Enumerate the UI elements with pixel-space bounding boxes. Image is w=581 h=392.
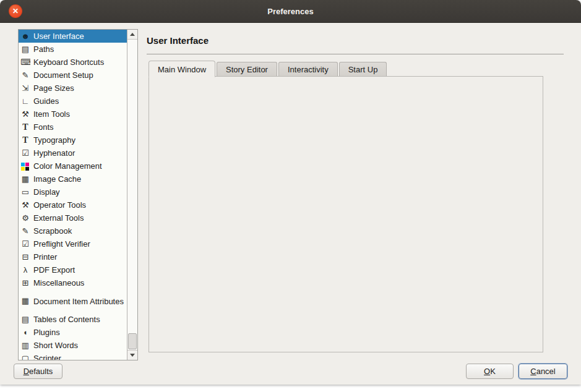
tab-bar: Main WindowStory EditorInteractivityStar… — [148, 60, 388, 77]
sidebar-item-document-setup[interactable]: ✎Document Setup — [19, 69, 127, 82]
tab-story-editor[interactable]: Story Editor — [217, 62, 277, 77]
tab-main-window[interactable]: Main Window — [148, 61, 215, 77]
sidebar-item-label: Item Tools — [33, 108, 70, 121]
sidebar-item-label: Document Setup — [33, 69, 93, 82]
scroll-down-button[interactable] — [127, 350, 137, 360]
printer-icon: ⊟ — [20, 252, 30, 262]
sidebar-item-fonts[interactable]: TFonts — [19, 121, 127, 134]
wrench-icon: ⚒ — [20, 200, 30, 210]
pdf-icon: λ — [20, 265, 30, 275]
sidebar-item-miscellaneous[interactable]: ⊞Miscellaneous — [19, 276, 127, 289]
sidebar-item-paths[interactable]: ▤Paths — [19, 43, 127, 56]
sidebar-item-user-interface[interactable]: ☻User Interface — [19, 30, 127, 43]
sidebar-item-label: Guides — [33, 95, 59, 108]
sidebar-item-label: Image Cache — [33, 173, 81, 185]
sidebar-item-label: Hyphenator — [33, 147, 75, 160]
sidebar-item-label: Tables of Contents — [33, 313, 100, 326]
sidebar-item-image-cache[interactable]: ▦Image Cache — [19, 173, 127, 185]
sidebar-item-operator-tools[interactable]: ⚒Operator Tools — [19, 198, 127, 211]
checkmark-icon: ☑ — [20, 239, 30, 249]
sidebar-item-preflight-verifier[interactable]: ☑Preflight Verifier — [19, 237, 127, 250]
sidebar-scrollbar[interactable] — [127, 30, 137, 360]
sidebar-item-label: External Tools — [33, 211, 84, 224]
sidebar-item-label: PDF Export — [33, 263, 75, 276]
image-icon: ▦ — [20, 174, 30, 184]
sidebar-item-hyphenator[interactable]: ☑Hyphenator — [19, 147, 127, 160]
sidebar-item-printer[interactable]: ⊟Printer — [19, 250, 127, 263]
pen-icon: ✎ — [20, 70, 30, 80]
scroll-up-button[interactable] — [127, 30, 137, 40]
checkbox-icon: ☑ — [20, 148, 30, 158]
letter-t-icon: T — [20, 122, 30, 132]
defaults-button[interactable]: Defaults — [14, 364, 62, 379]
wrench-icon: ⚒ — [20, 109, 30, 119]
pen-icon: ✎ — [20, 226, 30, 236]
table-icon: ▦ — [20, 296, 30, 306]
sidebar-item-document-item-attributes[interactable]: ▦Document Item Attributes — [19, 289, 127, 313]
ok-button[interactable]: OK — [466, 364, 514, 379]
sidebar-item-label: Keyboard Shortcuts — [33, 56, 104, 69]
sidebar-item-color-management[interactable]: Color Management — [19, 160, 127, 173]
sidebar-item-label: Color Management — [33, 160, 102, 173]
titlebar: ✕ Preferences — [0, 0, 581, 23]
monitor-icon: ▭ — [20, 187, 30, 197]
sidebar-item-scrapbook[interactable]: ✎Scrapbook — [19, 224, 127, 237]
sidebar-item-label: Typography — [33, 134, 75, 147]
sidebar: ☻User Interface▤Paths⌨Keyboard Shortcuts… — [18, 29, 138, 360]
sidebar-item-label: Fonts — [33, 121, 54, 134]
sidebar-item-label: Preflight Verifier — [33, 237, 90, 250]
sidebar-item-display[interactable]: ▭Display — [19, 185, 127, 198]
user-icon: ☻ — [20, 32, 30, 41]
sidebar-item-pdf-export[interactable]: λPDF Export — [19, 263, 127, 276]
page-title: User Interface — [147, 35, 209, 46]
sidebar-item-page-sizes[interactable]: ⇲Page Sizes — [19, 82, 127, 95]
sidebar-item-label: Operator Tools — [33, 198, 86, 211]
resize-arrows-icon: ⇲ — [20, 83, 30, 93]
scrollbar-thumb[interactable] — [128, 333, 137, 349]
sidebar-item-scripter[interactable]: ▢Scripter — [19, 352, 127, 360]
up-arrow-icon — [130, 33, 135, 36]
tab-interactivity[interactable]: Interactivity — [278, 62, 338, 77]
sidebar-item-external-tools[interactable]: ⚙External Tools — [19, 211, 127, 224]
gear-icon: ⚙ — [20, 213, 30, 223]
cancel-button[interactable]: Cancel — [519, 364, 567, 379]
sidebar-item-label: Display — [33, 185, 60, 198]
sidebar-item-label: Plugins — [33, 326, 60, 339]
sidebar-item-label: Paths — [33, 43, 54, 56]
cmyk-swatches-icon — [20, 161, 30, 171]
plug-icon: ◖ — [20, 328, 30, 338]
preferences-window: ✕ Preferences ☻User Interface▤Paths⌨Keyb… — [0, 0, 581, 385]
sidebar-item-typography[interactable]: TTypography — [19, 134, 127, 147]
keyboard-icon: ⌨ — [20, 58, 30, 67]
plus-box-icon: ⊞ — [20, 278, 30, 288]
sidebar-item-label: Scripter — [33, 352, 61, 360]
sidebar-item-tables-of-contents[interactable]: ▤Tables of Contents — [19, 313, 127, 326]
window-title: Preferences — [0, 0, 581, 23]
list-icon: ▤ — [20, 315, 30, 325]
sidebar-item-label: Document Item Attributes — [33, 296, 124, 307]
letter-t-icon: T — [20, 135, 30, 145]
down-arrow-icon — [130, 354, 135, 357]
sidebar-item-plugins[interactable]: ◖Plugins — [19, 326, 127, 339]
tab-content-frame — [148, 76, 543, 352]
tab-start-up[interactable]: Start Up — [339, 62, 387, 77]
sidebar-item-label: Printer — [33, 250, 57, 263]
sidebar-item-label: Scrapbook — [33, 224, 72, 237]
sidebar-item-label: User Interface — [33, 30, 84, 43]
table-list-icon: ▥ — [20, 341, 30, 351]
folder-icon: ▤ — [20, 45, 30, 54]
sidebar-item-keyboard-shortcuts[interactable]: ⌨Keyboard Shortcuts — [19, 56, 127, 69]
corner-ruler-icon: ∟ — [20, 96, 30, 106]
sidebar-item-label: Short Words — [33, 339, 78, 352]
script-icon: ▢ — [20, 354, 30, 360]
sidebar-item-item-tools[interactable]: ⚒Item Tools — [19, 108, 127, 121]
sidebar-item-short-words[interactable]: ▥Short Words — [19, 339, 127, 352]
title-divider — [147, 54, 564, 54]
sidebar-item-label: Miscellaneous — [33, 276, 84, 289]
sidebar-item-guides[interactable]: ∟Guides — [19, 95, 127, 108]
sidebar-item-label: Page Sizes — [33, 82, 74, 95]
sidebar-list: ☻User Interface▤Paths⌨Keyboard Shortcuts… — [19, 30, 127, 360]
